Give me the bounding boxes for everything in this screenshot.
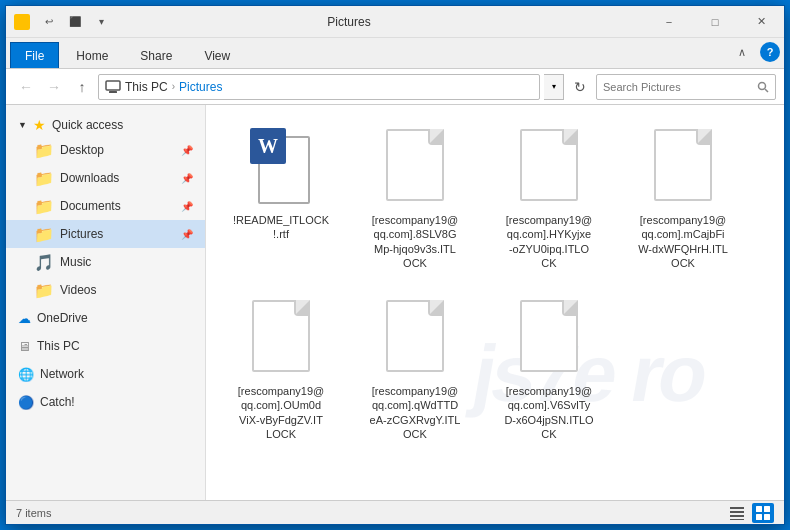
downloads-folder-icon: 📁 [34,169,54,188]
quick-access-label: Quick access [52,118,123,132]
word-badge-icon: W [250,128,286,164]
up-button[interactable]: ↑ [70,75,94,99]
onedrive-icon: ☁ [18,311,31,326]
sidebar-desktop-label: Desktop [60,143,104,157]
window-title: Pictures [52,15,646,29]
sidebar-quick-access-header[interactable]: ▼ ★ Quick access [6,111,205,136]
file-icon-readme: W [241,121,321,209]
breadcrumb[interactable]: This PC › Pictures [98,74,540,100]
view-controls [726,503,774,523]
sidebar-documents-label: Documents [60,199,121,213]
chevron-down-icon: ▼ [18,120,27,130]
file-item-4[interactable]: [rescompany19@qq.com].OUm0dViX-vByFdgZV.… [216,286,346,447]
sidebar-item-videos[interactable]: 📁 Videos [6,276,205,304]
search-input[interactable] [603,81,753,93]
sidebar-item-onedrive[interactable]: ☁ OneDrive [6,304,205,332]
help-button[interactable]: ? [760,42,780,62]
main-content: ▼ ★ Quick access 📁 Desktop 📌 📁 Downloads… [6,105,784,500]
sidebar-item-documents[interactable]: 📁 Documents 📌 [6,192,205,220]
file-icon-3 [643,121,723,209]
refresh-button[interactable]: ↻ [568,75,592,99]
file-grid: W !README_ITLOCK!.rtf [rescompany19@qq.c… [216,115,774,447]
file-label-5: [rescompany19@qq.com].qWdTTDeA-zCGXRvgY.… [370,384,461,441]
file-icon-2 [509,121,589,209]
sidebar-pictures-label: Pictures [60,227,103,241]
forward-button[interactable]: → [42,75,66,99]
title-bar: ↩ ⬛ ▾ Pictures − □ ✕ [6,6,784,38]
tab-home[interactable]: Home [61,42,123,68]
search-box[interactable] [596,74,776,100]
svg-rect-10 [756,506,762,512]
address-dropdown-button[interactable]: ▾ [544,74,564,100]
sidebar-videos-label: Videos [60,283,96,297]
documents-folder-icon: 📁 [34,197,54,216]
tab-file[interactable]: File [10,42,59,68]
file-item-3[interactable]: [rescompany19@qq.com].mCajbFiW-dxWFQHrH.… [618,115,748,276]
file-item-1[interactable]: [rescompany19@qq.com].8SLV8GMp-hjqo9v3s.… [350,115,480,276]
file-label-3: [rescompany19@qq.com].mCajbFiW-dxWFQHrH.… [638,213,728,270]
svg-line-5 [765,89,768,92]
window-controls: − □ ✕ [646,6,784,38]
sidebar-item-music[interactable]: 🎵 Music [6,248,205,276]
minimize-button[interactable]: − [646,6,692,38]
title-bar-icons [14,14,30,30]
svg-rect-2 [106,81,120,90]
network-icon: 🌐 [18,367,34,382]
sidebar-network-label: Network [40,367,84,381]
sidebar-item-catch[interactable]: 🔵 Catch! [6,388,205,416]
file-label-2: [rescompany19@qq.com].HYKyjxe-oZYU0ipq.I… [506,213,592,270]
catch-icon: 🔵 [18,395,34,410]
computer-icon [105,80,121,94]
sidebar-music-label: Music [60,255,91,269]
sidebar-item-pictures[interactable]: 📁 Pictures 📌 [6,220,205,248]
file-item-5[interactable]: [rescompany19@qq.com].qWdTTDeA-zCGXRvgY.… [350,286,480,447]
maximize-button[interactable]: □ [692,6,738,38]
tab-share[interactable]: Share [125,42,187,68]
breadcrumb-pictures[interactable]: Pictures [179,80,222,94]
breadcrumb-thispc[interactable]: This PC [125,80,168,94]
sidebar-downloads-label: Downloads [60,171,119,185]
sidebar-item-thispc[interactable]: 🖥 This PC [6,332,205,360]
sidebar-catch-label: Catch! [40,395,75,409]
sidebar-item-desktop[interactable]: 📁 Desktop 📌 [6,136,205,164]
file-icon-4 [241,292,321,380]
sidebar-onedrive-label: OneDrive [37,311,88,325]
file-area: js7e ro W !README_ITLOCK!.rtf [206,105,784,500]
close-button[interactable]: ✕ [738,6,784,38]
pin-icon-downloads: 📌 [181,173,193,184]
ribbon-collapse-button[interactable]: ∧ [730,40,754,64]
svg-rect-1 [16,17,21,20]
ribbon-tabs: File Home Share View ∧ ? [6,38,784,68]
svg-point-4 [759,82,766,89]
folder-title-icon [14,14,30,30]
pin-icon: 📌 [181,145,193,156]
svg-rect-13 [764,514,770,520]
svg-rect-8 [730,515,744,517]
pictures-folder-icon: 📁 [34,225,54,244]
breadcrumb-sep1: › [172,81,175,92]
explorer-window: ↩ ⬛ ▾ Pictures − □ ✕ File Home Share Vie… [5,5,785,525]
tab-view[interactable]: View [189,42,245,68]
thispc-icon: 🖥 [18,339,31,354]
videos-folder-icon: 📁 [34,281,54,300]
file-icon-6 [509,292,589,380]
list-view-button[interactable] [726,503,748,523]
large-icons-view-button[interactable] [752,503,774,523]
music-folder-icon: 🎵 [34,253,54,272]
file-item-2[interactable]: [rescompany19@qq.com].HYKyjxe-oZYU0ipq.I… [484,115,614,276]
file-item-6[interactable]: [rescompany19@qq.com].V6SvlTyD-x6O4jpSN.… [484,286,614,447]
address-bar: ← → ↑ This PC › Pictures ▾ ↻ [6,69,784,105]
pin-icon-pictures: 📌 [181,229,193,240]
file-icon-1 [375,121,455,209]
sidebar: ▼ ★ Quick access 📁 Desktop 📌 📁 Downloads… [6,105,206,500]
svg-rect-9 [730,519,744,520]
back-button[interactable]: ← [14,75,38,99]
file-label-6: [rescompany19@qq.com].V6SvlTyD-x6O4jpSN.… [504,384,593,441]
sidebar-item-network[interactable]: 🌐 Network [6,360,205,388]
svg-rect-0 [16,19,28,27]
ribbon: File Home Share View ∧ ? [6,38,784,69]
sidebar-item-downloads[interactable]: 📁 Downloads 📌 [6,164,205,192]
file-item-readme[interactable]: W !README_ITLOCK!.rtf [216,115,346,276]
svg-rect-6 [730,507,744,509]
search-icon [757,81,769,93]
